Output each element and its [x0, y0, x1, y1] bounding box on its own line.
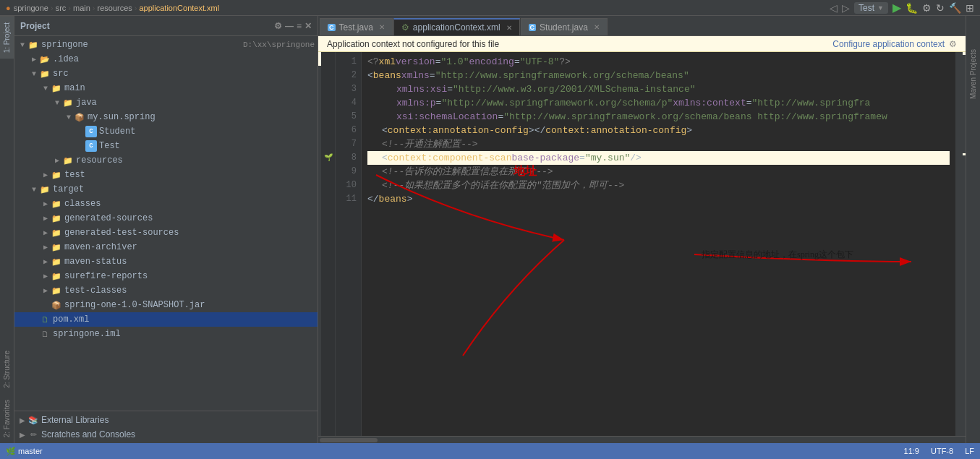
tab-close-student[interactable]: ✕	[594, 23, 600, 31]
breadcrumb-resources[interactable]: resources	[98, 4, 132, 12]
code-line-2: <beans xmlns="http://www.springframework…	[367, 69, 950, 82]
build-button[interactable]: ⚙	[922, 2, 932, 14]
expand-arrow-test-classes: ▶	[41, 286, 51, 295]
spring-bean-icon[interactable]: 🌱	[324, 151, 333, 165]
breadcrumb-main[interactable]: main	[73, 4, 90, 12]
horizontal-scrollbar[interactable]	[318, 436, 966, 443]
tree-label-scratches: Scratches and Consoles	[41, 429, 315, 439]
gear-icon[interactable]: ⚙	[274, 21, 282, 31]
ext-libs-icon: 📚	[27, 414, 39, 426]
maven-projects-tab[interactable]: Maven Projects	[966, 16, 980, 443]
tree-item-surefire-reports[interactable]: ▶ 📁 surefire-reports	[14, 269, 318, 283]
tree-item-generated-sources[interactable]: ▶ 📁 generated-sources	[14, 211, 318, 226]
pom-icon: 🗋	[39, 314, 51, 325]
debug-button[interactable]: 🐛	[906, 2, 918, 14]
expand-arrow-scratches: ▶	[17, 431, 27, 439]
tree-label-maven-status: maven-status	[64, 257, 315, 267]
tree-item-classes[interactable]: ▶ 📁 classes	[14, 197, 318, 211]
project-tab[interactable]: 1: Project	[0, 16, 14, 59]
tree-item-maven-archiver[interactable]: ▶ 📁 maven-archiver	[14, 240, 318, 254]
folder-icon-surefire-reports: 📁	[51, 270, 62, 282]
folder-icon-test-classes: 📁	[51, 285, 62, 296]
project-header-title: Project	[20, 21, 274, 31]
tree-item-iml[interactable]: 🗋 springone.iml	[14, 327, 318, 341]
tree-label-test-classes: test-classes	[64, 286, 315, 296]
titlebar: ● springone › src › main › resources › a…	[0, 0, 980, 16]
folder-icon-maven-archiver: 📁	[51, 241, 62, 253]
tree-item-target[interactable]: ▼ 📁 target	[14, 182, 318, 197]
status-lf: LF	[965, 447, 974, 455]
tree-label-main: main	[64, 83, 315, 93]
breadcrumb-springone[interactable]: springone	[14, 4, 48, 12]
code-line-5: xsi:schemaLocation="http://www.springfra…	[367, 110, 950, 124]
tree-label-student: Student	[99, 126, 315, 137]
tree-item-generated-test-sources[interactable]: ▶ 📁 generated-test-sources	[14, 226, 318, 240]
tree-item-student[interactable]: C Student	[14, 124, 318, 139]
java-icon-student: C	[85, 126, 97, 137]
tab-bar: C Test.java ✕ ⚙ applicationContext.xml ✕…	[318, 16, 966, 36]
tree-label-test-dir: test	[64, 170, 315, 180]
tree-item-resources[interactable]: ▶ 📁 resources	[14, 153, 318, 168]
nav-forward-icon[interactable]: ▷	[842, 2, 850, 14]
code-content[interactable]: <?xml version="1.0" encoding="UTF-8"?> <…	[362, 52, 955, 436]
tab-icon-test: C	[328, 24, 336, 31]
tree-item-pomxml[interactable]: 🗋 pom.xml	[14, 312, 318, 327]
tree-item-java[interactable]: ▼ 📁 java	[14, 95, 318, 110]
warning-text: Application context not configured for t…	[327, 39, 499, 49]
sync-button[interactable]: ↻	[936, 2, 945, 14]
breadcrumb-file[interactable]: applicationContext.xml	[139, 4, 219, 12]
tree-label-java: java	[76, 98, 315, 108]
expand-arrow-target: ▼	[29, 186, 39, 194]
tab-label-student: Student.java	[540, 22, 588, 33]
expand-arrow-java: ▼	[52, 99, 62, 107]
configure-link[interactable]: Configure application context	[832, 39, 945, 49]
tree-item-maven-status[interactable]: ▶ 📁 maven-status	[14, 254, 318, 269]
tree-item-test-dir[interactable]: ▶ 📁 test	[14, 168, 318, 182]
nav-back-icon[interactable]: ◁	[830, 2, 838, 14]
run-button[interactable]: ▶	[892, 1, 901, 14]
code-line-7: <!--开通注解配置-->	[367, 137, 950, 151]
tree-item-external-libraries[interactable]: ▶ 📚 External Libraries	[14, 413, 318, 427]
tab-applicationcontext[interactable]: ⚙ applicationContext.xml ✕	[393, 18, 520, 35]
tree-label-test: Test	[99, 141, 315, 151]
split-button[interactable]: ⊞	[966, 2, 974, 14]
settings-icon[interactable]: ≡	[297, 21, 302, 31]
favorites-tab[interactable]: 2: Favorites	[0, 394, 14, 443]
close-panel-icon[interactable]: ✕	[304, 21, 312, 31]
tab-test-java[interactable]: C Test.java ✕	[320, 18, 393, 35]
status-bar: 🌿 master 11:9 UTF-8 LF	[0, 443, 980, 459]
tree-label-mysunspring: my.sun.spring	[88, 112, 315, 122]
breadcrumb-src[interactable]: src	[56, 4, 67, 12]
structure-tab[interactable]: 2: Structure	[0, 345, 14, 394]
tab-close-test[interactable]: ✕	[379, 23, 385, 31]
package-icon-mysunspring: 📦	[74, 111, 85, 123]
expand-arrow-springone: ▼	[17, 41, 27, 49]
expand-arrow-generated-test-sources: ▶	[41, 228, 51, 237]
right-scrollbar-stripe[interactable]	[955, 52, 966, 436]
run-config-selector[interactable]: Test ▼	[854, 2, 888, 14]
tree-item-jar[interactable]: 📦 spring-one-1.0-SNAPSHOT.jar	[14, 298, 318, 312]
maven-label[interactable]: Maven Projects	[966, 45, 980, 103]
expand-arrow-test-dir: ▶	[41, 171, 51, 179]
tree-item-springone[interactable]: ▼ 📁 springone D:\xx\springone	[14, 38, 318, 52]
tree-item-scratches[interactable]: ▶ ✏ Scratches and Consoles	[14, 427, 318, 442]
tree-item-idea[interactable]: ▶ 📂 .idea	[14, 52, 318, 67]
gutter-icons: 🌱	[321, 52, 336, 436]
tree-item-src[interactable]: ▼ 📁 src	[14, 67, 318, 81]
gradle-button[interactable]: 🔨	[949, 2, 961, 14]
project-tree-bottom: ▶ 📚 External Libraries ▶ ✏ Scratches and…	[14, 411, 318, 443]
tree-item-main[interactable]: ▼ 📁 main	[14, 81, 318, 95]
tree-item-test-java[interactable]: C Test	[14, 139, 318, 153]
expand-arrow-maven-status: ▶	[41, 257, 51, 266]
tab-student-java[interactable]: C Student.java ✕	[521, 18, 608, 35]
tree-item-mysunspring[interactable]: ▼ 📦 my.sun.spring	[14, 110, 318, 124]
tree-label-resources: resources	[76, 155, 315, 166]
tree-path-springone: D:\xx\springone	[243, 40, 315, 49]
tree-item-test-classes[interactable]: ▶ 📁 test-classes	[14, 283, 318, 298]
tree-label-generated-test-sources: generated-test-sources	[64, 228, 315, 238]
tab-close-appctx[interactable]: ✕	[506, 24, 512, 32]
warning-banner: Application context not configured for t…	[318, 36, 966, 52]
configure-gear-icon[interactable]: ⚙	[949, 39, 957, 49]
code-line-4: xmlns:p="http://www.springframework.org/…	[367, 96, 950, 110]
collapse-icon[interactable]: —	[285, 21, 294, 31]
